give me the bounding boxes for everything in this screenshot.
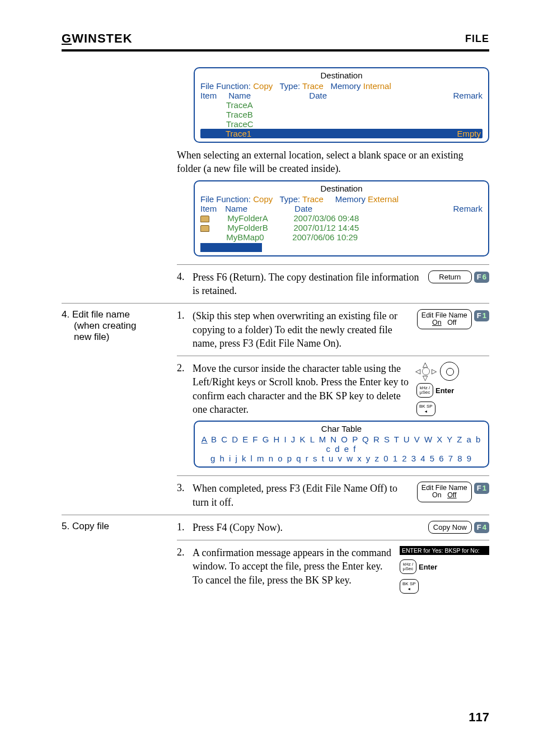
empty-selection-bar bbox=[200, 243, 262, 252]
brand-logo: GGWINSTEKWINSTEK bbox=[62, 31, 133, 46]
f1-key[interactable]: F1 bbox=[474, 483, 489, 494]
box-title: Destination bbox=[200, 71, 483, 80]
col-remark: Remark bbox=[453, 91, 483, 100]
col-date: Date bbox=[294, 204, 378, 213]
f1-key[interactable]: F1 bbox=[474, 310, 489, 321]
trace-name: TraceB bbox=[226, 110, 253, 119]
destination-box-external: Destination File Function: Copy Type: Tr… bbox=[194, 180, 489, 256]
value: Copy bbox=[253, 81, 273, 91]
selected-remark: Empty bbox=[457, 129, 481, 138]
folder-date: 2007/06/06 10:29 bbox=[292, 232, 358, 242]
bksp-key[interactable] bbox=[416, 402, 435, 416]
label: File Function: bbox=[200, 194, 251, 204]
folder-name: MyBMap0 bbox=[226, 232, 290, 242]
step-text: Move the cursor inside the character tab… bbox=[193, 362, 412, 416]
col-name: Name bbox=[228, 91, 307, 100]
label: Type: bbox=[279, 194, 300, 204]
f4-key[interactable]: F4 bbox=[474, 522, 489, 533]
dpad-icon: ◁▷△▽ bbox=[416, 362, 435, 381]
step-number: 2. bbox=[177, 546, 193, 594]
copy-now-softkey[interactable]: Copy Now bbox=[428, 521, 472, 534]
paragraph: When selecting an external location, sel… bbox=[177, 148, 489, 176]
selected-name: Trace1 bbox=[226, 129, 251, 138]
selected-row: Trace1 Empty bbox=[200, 129, 483, 138]
char-table-box: Char Table A B C D E F G H I J K L M N O… bbox=[194, 421, 489, 468]
col-date: Date bbox=[309, 91, 387, 100]
enter-key[interactable] bbox=[416, 383, 433, 398]
step-text: (Skip this step when overwriting an exis… bbox=[193, 309, 413, 350]
page-number: 117 bbox=[469, 710, 489, 725]
trace-name: TraceA bbox=[226, 100, 253, 110]
trace-name: TraceC bbox=[226, 119, 254, 129]
col-name: Name bbox=[225, 204, 292, 213]
folder-icon bbox=[200, 225, 209, 232]
section-5-title: 5. Copy file bbox=[62, 521, 168, 532]
return-softkey[interactable]: Return bbox=[428, 270, 472, 283]
folder-date: 2007/03/06 09:48 bbox=[294, 213, 359, 223]
folder-icon bbox=[200, 216, 209, 222]
col-item: Item bbox=[200, 91, 226, 100]
enter-label: Enter bbox=[419, 563, 437, 571]
char-table-title: Char Table bbox=[200, 424, 483, 433]
destination-box-internal: Destination File Function: Copy Type: Tr… bbox=[194, 67, 489, 143]
step-text: A confirmation message appears in the co… bbox=[193, 546, 395, 594]
step-number: 1. bbox=[177, 309, 193, 350]
confirm-message: ENTER for Yes: BKSP for No: bbox=[400, 546, 489, 555]
page-section-label: FILE bbox=[465, 33, 489, 45]
enter-key[interactable] bbox=[400, 559, 416, 574]
col-remark: Remark bbox=[453, 204, 483, 213]
box-title: Destination bbox=[200, 184, 483, 193]
edit-file-name-softkey[interactable]: Edit File Name On Off bbox=[417, 309, 472, 329]
bksp-key[interactable] bbox=[400, 579, 419, 594]
value: External bbox=[368, 194, 399, 204]
label: Memory bbox=[335, 194, 366, 204]
folder-date: 2007/01/12 14:45 bbox=[294, 223, 359, 232]
value: Trace bbox=[302, 194, 324, 204]
char-row-2: g h i j k l m n o p q r s t u v w x y z … bbox=[200, 454, 483, 463]
edit-file-name-off-softkey[interactable]: Edit File Name On Off bbox=[417, 482, 472, 502]
step-number: 2. bbox=[177, 362, 193, 416]
f6-key[interactable]: F6 bbox=[474, 272, 489, 283]
step-text: Press F4 (Copy Now). bbox=[193, 521, 424, 534]
folder-name: MyFolderB bbox=[227, 223, 291, 232]
section-4-title: 4. Edit file name (when creating new fil… bbox=[62, 309, 168, 343]
step-number: 1. bbox=[177, 521, 193, 534]
value: Trace bbox=[302, 81, 324, 91]
step-number: 3. bbox=[177, 482, 193, 509]
value: Copy bbox=[253, 194, 273, 204]
step-text: Press F6 (Return). The copy destination … bbox=[193, 270, 424, 298]
label: Type: bbox=[279, 81, 300, 91]
char-row-1: A B C D E F G H I J K L M N O P Q R S T … bbox=[200, 435, 483, 454]
step-number: 4. bbox=[177, 270, 193, 298]
folder-name: MyFolderA bbox=[227, 213, 291, 223]
scroll-knob-icon bbox=[440, 362, 459, 381]
label: Memory bbox=[330, 81, 360, 91]
enter-label: Enter bbox=[435, 386, 454, 395]
label: File Function: bbox=[200, 81, 251, 91]
col-item: Item bbox=[200, 204, 223, 213]
step-text: When completed, press F3 (Edit File Name… bbox=[193, 482, 413, 509]
value: Internal bbox=[363, 81, 391, 91]
